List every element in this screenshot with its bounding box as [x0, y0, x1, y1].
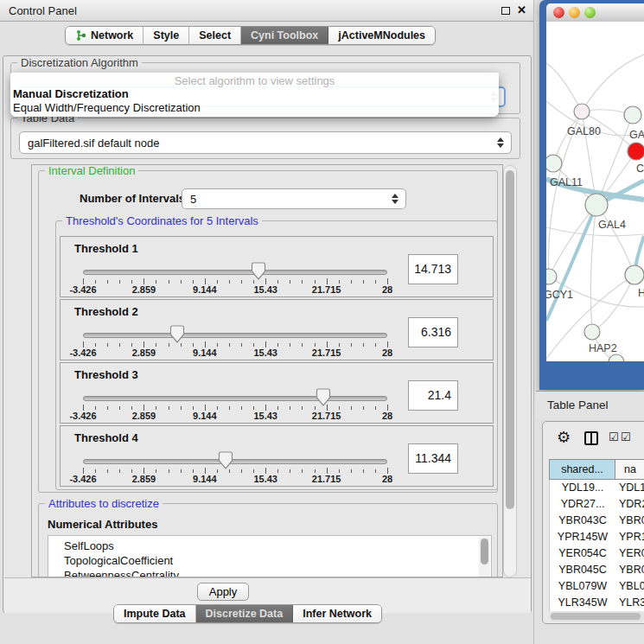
table-row[interactable]: YBR045CYBR0	[550, 562, 644, 578]
tick-label: 15.43	[253, 284, 277, 295]
tab-style[interactable]: Style	[143, 27, 189, 44]
minor-tick	[290, 343, 290, 347]
network-edge	[546, 227, 644, 236]
tab-select[interactable]: Select	[189, 27, 241, 44]
group-title-thresholds: Threshold's Coordinates for 5 Intervals	[62, 214, 262, 227]
tab-infer-network[interactable]: Infer Network	[293, 605, 381, 622]
scrollbar-thumb[interactable]	[506, 170, 514, 509]
zoom-traffic-light-icon[interactable]	[584, 7, 596, 18]
attribute-list-item[interactable]: SelfLoops	[64, 539, 491, 553]
network-node[interactable]	[584, 324, 600, 340]
tick-label: 9.144	[193, 348, 217, 358]
minor-tick	[217, 343, 218, 347]
split-columns-icon[interactable]	[584, 431, 598, 445]
slider-track[interactable]	[83, 270, 387, 275]
minimize-traffic-light-icon[interactable]	[569, 7, 580, 18]
gear-icon[interactable]: ⚙	[557, 428, 571, 446]
node-label: HAP2	[589, 342, 617, 354]
column-header[interactable]: na	[615, 459, 644, 480]
tab-label: Impute Data	[124, 608, 186, 620]
threshold-value-field[interactable]: 14.713	[408, 254, 458, 284]
minor-tick	[181, 406, 182, 410]
tick-label: -3.426	[69, 411, 96, 421]
minor-tick	[131, 406, 132, 410]
table-row[interactable]: YDR27...YDR2	[550, 496, 644, 513]
horizontal-scrollbar[interactable]	[549, 611, 644, 622]
scrollbar-thumb[interactable]	[551, 613, 641, 620]
table-rows: YDL19...YDL1YDR27...YDR2YBR043CYBR0YPR14…	[549, 480, 644, 611]
slider-thumb[interactable]	[316, 388, 331, 406]
minor-tick	[363, 406, 364, 410]
cell-name: YDL1	[619, 480, 644, 496]
table-row[interactable]: YDL19...YDL1	[550, 480, 644, 496]
minor-tick	[339, 406, 340, 410]
attribute-list-item[interactable]: BetweennessCentrality	[64, 568, 491, 577]
network-node[interactable]	[546, 155, 562, 172]
minor-tick	[253, 406, 254, 410]
close-traffic-light-icon[interactable]	[553, 7, 564, 18]
checkbox-icon-2[interactable]: ☑	[621, 430, 631, 443]
minor-tick	[375, 280, 376, 284]
network-node[interactable]	[624, 106, 641, 124]
tab-discretize-data[interactable]: Discretize Data	[196, 605, 294, 622]
table-row[interactable]: YBL079WYBL0	[550, 578, 644, 595]
tab-jactivemnodules[interactable]: jActiveMNodules	[328, 27, 435, 44]
column-header[interactable]: shared...	[549, 459, 615, 480]
attribute-list-item[interactable]: TopologicalCoefficient	[64, 553, 491, 568]
network-edge	[596, 205, 634, 275]
tick-label: 28	[382, 474, 392, 484]
minor-tick	[315, 280, 316, 284]
major-tick	[143, 405, 144, 411]
slider-thumb[interactable]	[169, 325, 185, 343]
cell-name: YER0	[619, 545, 644, 562]
vertical-scrollbar[interactable]	[503, 165, 517, 577]
table-row[interactable]: YER054CYER0	[550, 545, 644, 562]
table-row[interactable]: YPR145WYPR1	[550, 529, 644, 545]
network-node[interactable]	[625, 265, 644, 284]
table-row[interactable]: YLR345WYLR3	[550, 595, 644, 611]
threshold-value-field[interactable]: 21.4	[408, 380, 458, 411]
tab-network[interactable]: Network	[66, 27, 143, 44]
minor-tick	[277, 469, 278, 473]
network-node[interactable]	[585, 194, 608, 216]
minor-tick	[107, 280, 108, 284]
minor-tick	[119, 469, 120, 473]
table-row[interactable]: YBR043CYBR0	[550, 513, 644, 529]
cyni-toolbox-panel: Discretization Algorithm Table Data galF…	[3, 55, 532, 613]
network-window-titlebar[interactable]	[546, 3, 644, 22]
network-node[interactable]	[574, 104, 590, 119]
tab-cyni-toolbox[interactable]: Cyni Toolbox	[241, 27, 328, 44]
slider-track[interactable]	[83, 333, 387, 338]
network-canvas[interactable]: GAL80GACGAL11GAL4GCY1HHAP2	[546, 22, 644, 361]
slider-track[interactable]	[83, 459, 387, 464]
network-node[interactable]	[609, 354, 624, 361]
minor-tick	[169, 469, 169, 473]
slider-track[interactable]	[83, 396, 387, 401]
table-data-combobox[interactable]: galFiltered.sif default node	[19, 131, 512, 154]
number-of-intervals-value: 5	[190, 193, 196, 206]
algorithm-option[interactable]: Equal Width/Frequency Discretization	[13, 101, 201, 114]
group-title-discretization-algorithm: Discretization Algorithm	[17, 56, 142, 69]
list-scrollbar[interactable]	[479, 537, 490, 577]
slider-thumb[interactable]	[251, 262, 266, 280]
slider-thumb[interactable]	[218, 451, 233, 469]
float-window-icon[interactable]	[501, 7, 510, 15]
checkbox-icon-1[interactable]: ☑	[609, 430, 619, 443]
number-of-intervals-combobox[interactable]: 5	[182, 188, 406, 209]
minor-tick	[156, 406, 156, 410]
network-node[interactable]	[546, 269, 557, 284]
tick-label: -3.426	[69, 474, 96, 484]
network-node[interactable]	[628, 143, 644, 160]
minor-tick	[302, 406, 303, 410]
network-edge	[590, 205, 596, 332]
tab-label: jActiveMNodules	[338, 29, 425, 41]
apply-button[interactable]: Apply	[197, 583, 249, 601]
numerical-attributes-list[interactable]: SelfLoopsTopologicalCoefficientBetweenne…	[48, 535, 492, 577]
close-icon[interactable]: ✕	[517, 3, 526, 16]
threshold-value-field[interactable]: 11.344	[408, 443, 458, 474]
tab-impute-data[interactable]: Impute Data	[114, 605, 196, 622]
tab-label: Select	[199, 29, 231, 41]
threshold-value-field[interactable]: 6.316	[408, 317, 458, 348]
table-data-value: galFiltered.sif default node	[28, 137, 159, 150]
algorithm-option[interactable]: Manual Discretization	[13, 87, 129, 100]
